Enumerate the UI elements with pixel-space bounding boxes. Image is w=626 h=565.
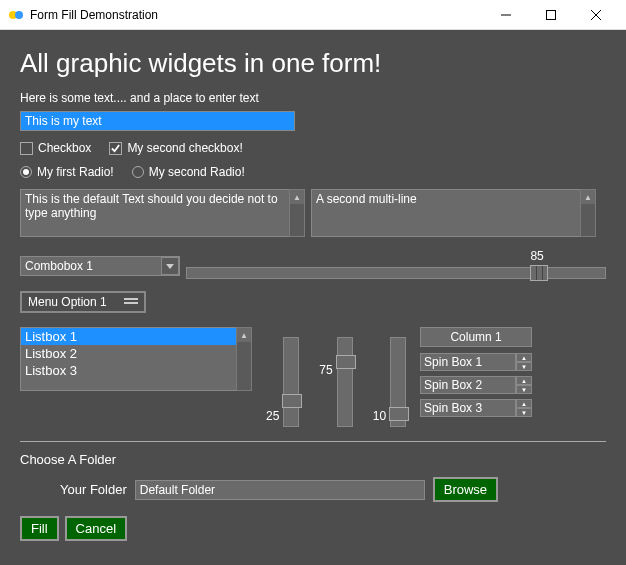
subheading: Here is some text.... and a place to ent…: [20, 91, 606, 105]
spin-down-icon[interactable]: ▼: [516, 408, 532, 417]
spin-box-3[interactable]: Spin Box 3 ▲▼: [420, 399, 532, 417]
multiline-1-body[interactable]: This is the default Text should you deci…: [20, 189, 289, 237]
radio-circle-icon: [132, 166, 144, 178]
spin-box-1[interactable]: Spin Box 1 ▲▼: [420, 353, 532, 371]
scroll-up-icon[interactable]: ▲: [237, 328, 251, 342]
scrollbar[interactable]: ▲: [236, 327, 252, 391]
svg-rect-3: [546, 10, 555, 19]
slider-thumb[interactable]: [389, 407, 409, 421]
svg-point-1: [15, 11, 23, 19]
menu-option-button[interactable]: Menu Option 1: [20, 291, 146, 313]
checkbox-2-label: My second checkbox!: [127, 141, 242, 155]
folder-section-label: Choose A Folder: [20, 452, 606, 467]
horizontal-slider[interactable]: 85: [186, 251, 606, 281]
checkbox-box-icon: [20, 142, 33, 155]
cancel-button[interactable]: Cancel: [65, 516, 127, 541]
page-heading: All graphic widgets in one form!: [20, 48, 606, 79]
vertical-slider-3[interactable]: 10: [373, 337, 406, 427]
scroll-up-icon[interactable]: ▲: [290, 190, 304, 204]
slider-value: 25: [266, 409, 279, 423]
spin-column: Column 1 Spin Box 1 ▲▼ Spin Box 2 ▲▼ Spi…: [420, 327, 532, 422]
fill-button[interactable]: Fill: [20, 516, 59, 541]
slider-thumb[interactable]: [530, 265, 548, 281]
client-area: All graphic widgets in one form! Here is…: [0, 30, 626, 565]
multiline-1[interactable]: This is the default Text should you deci…: [20, 189, 305, 237]
multiline-2[interactable]: A second multi-line ▲: [311, 189, 596, 237]
radio-circle-icon: [20, 166, 32, 178]
radio-1[interactable]: My first Radio!: [20, 165, 114, 179]
combobox-label: Combobox 1: [21, 259, 161, 273]
window-title: Form Fill Demonstration: [30, 8, 483, 22]
divider: [20, 441, 606, 442]
svg-marker-6: [166, 264, 174, 269]
checkbox-1[interactable]: Checkbox: [20, 141, 91, 155]
radio-2-label: My second Radio!: [149, 165, 245, 179]
list-item[interactable]: Listbox 2: [21, 345, 236, 362]
column-header: Column 1: [420, 327, 532, 347]
spin-up-icon[interactable]: ▲: [516, 399, 532, 408]
list-item[interactable]: Listbox 1: [21, 328, 236, 345]
spin-down-icon[interactable]: ▼: [516, 362, 532, 371]
maximize-button[interactable]: [528, 0, 573, 30]
scroll-up-icon[interactable]: ▲: [581, 190, 595, 204]
menu-option-label: Menu Option 1: [28, 295, 107, 309]
slider-value: 75: [319, 363, 332, 377]
listbox[interactable]: Listbox 1 Listbox 2 Listbox 3 ▲: [20, 327, 252, 391]
scrollbar[interactable]: ▲: [289, 189, 305, 237]
multiline-2-body[interactable]: A second multi-line: [311, 189, 580, 237]
spin-down-icon[interactable]: ▼: [516, 385, 532, 394]
checkbox-2[interactable]: My second checkbox!: [109, 141, 242, 155]
radio-1-label: My first Radio!: [37, 165, 114, 179]
checkbox-box-icon: [109, 142, 122, 155]
spin-box-2[interactable]: Spin Box 2 ▲▼: [420, 376, 532, 394]
vertical-slider-2[interactable]: 75: [319, 337, 352, 427]
checkbox-1-label: Checkbox: [38, 141, 91, 155]
browse-button[interactable]: Browse: [433, 477, 498, 502]
slider-value: 10: [373, 409, 386, 423]
slider-thumb[interactable]: [336, 355, 356, 369]
folder-input[interactable]: [135, 480, 425, 500]
list-item[interactable]: Listbox 3: [21, 362, 236, 379]
spin-up-icon[interactable]: ▲: [516, 353, 532, 362]
slider-thumb[interactable]: [282, 394, 302, 408]
folder-field-label: Your Folder: [60, 482, 127, 497]
text-input[interactable]: [20, 111, 295, 131]
spin-up-icon[interactable]: ▲: [516, 376, 532, 385]
menu-icon: [124, 298, 138, 306]
app-icon: [8, 7, 24, 23]
scrollbar[interactable]: ▲: [580, 189, 596, 237]
vertical-slider-1[interactable]: 25: [266, 337, 299, 427]
slider-value: 85: [530, 249, 543, 263]
minimize-button[interactable]: [483, 0, 528, 30]
close-button[interactable]: [573, 0, 618, 30]
combobox[interactable]: Combobox 1: [20, 256, 180, 276]
chevron-down-icon[interactable]: [161, 257, 179, 275]
radio-2[interactable]: My second Radio!: [132, 165, 245, 179]
titlebar: Form Fill Demonstration: [0, 0, 626, 30]
